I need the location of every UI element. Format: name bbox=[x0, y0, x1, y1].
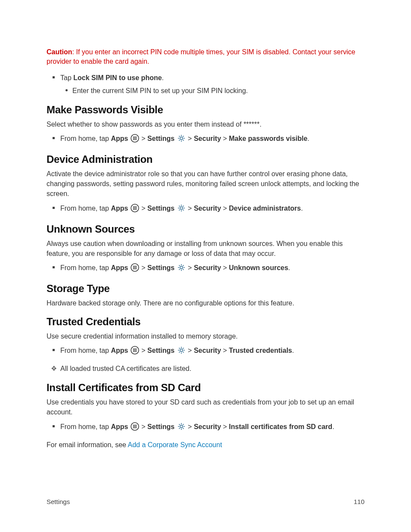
svg-point-47 bbox=[136, 268, 137, 269]
path-last: Unknown sources bbox=[229, 264, 288, 271]
svg-point-20 bbox=[133, 206, 134, 207]
svg-point-10 bbox=[180, 137, 183, 140]
svg-point-24 bbox=[134, 207, 135, 208]
svg-point-25 bbox=[136, 207, 137, 208]
list-item: From home, tap Apps > Settings > Securit… bbox=[60, 263, 364, 275]
path-last: Install certificates from SD card bbox=[229, 423, 332, 430]
svg-point-85 bbox=[136, 427, 137, 428]
sep: > bbox=[141, 423, 147, 430]
text: From home, tap bbox=[60, 423, 111, 430]
security-label: Security bbox=[194, 347, 221, 354]
note-list: All loaded trusted CA certificates are l… bbox=[47, 364, 364, 374]
caution-note: Caution: If you enter an incorrect PIN c… bbox=[47, 47, 364, 67]
settings-label: Settings bbox=[147, 264, 174, 271]
page: Caution: If you enter an incorrect PIN c… bbox=[0, 0, 411, 532]
corporate-sync-link[interactable]: Add a Corporate Sync Account bbox=[128, 441, 222, 448]
nav-list: From home, tap Apps > Settings > Securit… bbox=[47, 203, 364, 215]
svg-point-84 bbox=[134, 427, 135, 428]
svg-line-37 bbox=[183, 205, 184, 206]
svg-point-44 bbox=[136, 267, 137, 268]
body-text: Use secure credential information instal… bbox=[47, 331, 364, 341]
svg-point-3 bbox=[136, 137, 137, 137]
list-item: Enter the current SIM PIN to set up your… bbox=[72, 86, 364, 96]
apps-label: Apps bbox=[111, 423, 128, 430]
sep: > bbox=[188, 347, 194, 354]
svg-point-48 bbox=[180, 266, 183, 269]
svg-point-42 bbox=[133, 267, 134, 268]
apps-label: Apps bbox=[111, 135, 128, 142]
svg-point-27 bbox=[134, 208, 135, 209]
body-text: Use credentials you have stored to your … bbox=[47, 397, 364, 417]
page-footer: Settings 110 bbox=[47, 498, 364, 505]
sub-list: Enter the current SIM PIN to set up your… bbox=[60, 86, 364, 96]
svg-point-21 bbox=[134, 206, 135, 207]
list-item: From home, tap Apps > Settings > Securit… bbox=[60, 422, 364, 434]
heading-unknown-sources: Unknown Sources bbox=[47, 223, 364, 235]
svg-point-5 bbox=[134, 138, 135, 139]
nav-list: From home, tap Apps > Settings > Securit… bbox=[47, 134, 364, 146]
list-item: From home, tap Apps > Settings > Securit… bbox=[60, 203, 364, 215]
svg-line-16 bbox=[183, 140, 184, 140]
svg-line-55 bbox=[179, 269, 180, 270]
heading-storage-type: Storage Type bbox=[47, 283, 364, 295]
svg-point-86 bbox=[180, 425, 183, 428]
svg-point-2 bbox=[134, 137, 135, 137]
apps-icon bbox=[131, 134, 139, 146]
list-item: From home, tap Apps > Settings > Securit… bbox=[60, 345, 364, 358]
svg-line-34 bbox=[179, 205, 180, 206]
nav-list: From home, tap Apps > Settings > Securit… bbox=[47, 422, 364, 434]
body-text: Select whether to show passwords as you … bbox=[47, 119, 364, 129]
settings-label: Settings bbox=[147, 205, 174, 212]
nav-list: From home, tap Apps > Settings > Securit… bbox=[47, 345, 364, 358]
svg-line-93 bbox=[179, 428, 180, 429]
svg-point-4 bbox=[133, 138, 134, 139]
svg-point-41 bbox=[136, 266, 137, 267]
body-text: Hardware backed storage only. There are … bbox=[47, 298, 364, 308]
apps-icon bbox=[131, 346, 139, 358]
svg-point-77 bbox=[133, 424, 134, 425]
gear-icon bbox=[177, 346, 186, 358]
svg-point-61 bbox=[133, 350, 134, 351]
text: Enter the current SIM PIN to set up your… bbox=[72, 87, 248, 94]
sep: > bbox=[188, 205, 194, 212]
gear-icon bbox=[177, 422, 186, 434]
security-label: Security bbox=[194, 135, 221, 142]
body-text: Always use caution when downloading or i… bbox=[47, 239, 364, 258]
settings-label: Settings bbox=[147, 135, 174, 142]
gear-icon bbox=[177, 204, 186, 215]
svg-line-15 bbox=[179, 136, 180, 137]
sep: > bbox=[141, 205, 147, 212]
text: From home, tap bbox=[60, 205, 111, 212]
svg-line-91 bbox=[179, 424, 180, 425]
heading-trusted-credentials: Trusted Credentials bbox=[47, 316, 364, 328]
path-last: Trusted credentials bbox=[229, 347, 292, 354]
svg-point-9 bbox=[136, 139, 137, 140]
list-item: Tap Lock SIM PIN to use phone. Enter the… bbox=[60, 73, 364, 96]
apps-icon bbox=[131, 263, 139, 275]
svg-point-39 bbox=[133, 266, 134, 267]
list-item: From home, tap Apps > Settings > Securit… bbox=[60, 134, 364, 146]
svg-line-73 bbox=[183, 352, 184, 353]
sim-list: Tap Lock SIM PIN to use phone. Enter the… bbox=[47, 73, 364, 96]
svg-line-35 bbox=[183, 209, 184, 210]
svg-point-80 bbox=[133, 426, 134, 426]
heading-make-passwords-visible: Make Passwords Visible bbox=[47, 104, 364, 116]
security-label: Security bbox=[194, 264, 221, 271]
apps-label: Apps bbox=[111, 205, 128, 212]
svg-point-64 bbox=[133, 351, 134, 352]
svg-line-53 bbox=[179, 265, 180, 266]
nav-list: From home, tap Apps > Settings > Securit… bbox=[47, 263, 364, 275]
svg-point-66 bbox=[136, 351, 137, 352]
svg-line-75 bbox=[183, 348, 184, 349]
path-last: Device administrators bbox=[229, 205, 301, 212]
svg-point-46 bbox=[134, 268, 135, 269]
svg-point-82 bbox=[136, 426, 137, 426]
svg-point-40 bbox=[134, 266, 135, 267]
svg-point-58 bbox=[133, 348, 134, 349]
settings-label: Settings bbox=[147, 347, 174, 354]
apps-label: Apps bbox=[111, 264, 128, 271]
svg-line-72 bbox=[179, 348, 180, 349]
security-label: Security bbox=[194, 205, 221, 212]
sep: > bbox=[221, 347, 229, 354]
svg-point-81 bbox=[134, 426, 135, 426]
